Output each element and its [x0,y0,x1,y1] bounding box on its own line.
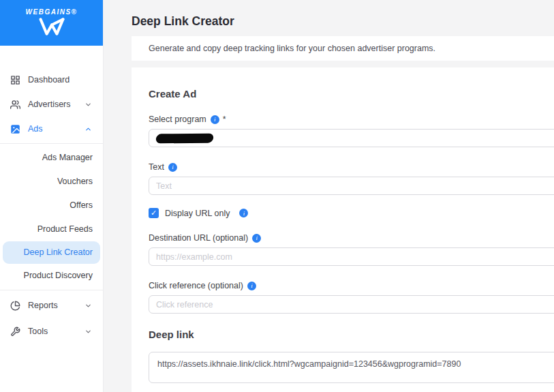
sidebar-item-label: Ads [28,124,77,134]
chevron-down-icon [84,301,93,310]
text-label: Text [149,162,164,172]
users-icon [10,100,20,110]
deep-link-output[interactable]: https://assets.ikhnaie.link/click.html?w… [149,352,554,383]
deep-link-title: Deep link [149,329,554,340]
chevron-down-icon [84,327,93,335]
info-icon[interactable]: i [247,282,256,290]
select-program-label: Select program [149,115,206,124]
webgains-monogram-icon [38,17,65,38]
sidebar-item-label: Tools [28,327,77,336]
grid-icon [10,75,20,85]
sidebar-nav: Dashboard Advertisers [0,46,103,344]
sidebar-item-product-feeds[interactable]: Product Feeds [0,217,103,241]
chevron-down-icon [84,100,93,108]
webgains-logo-text: WEBGAINS® [26,8,78,16]
destination-url-label-row: Destination URL (optional) i [149,233,554,243]
sidebar-item-offers[interactable]: Offers [0,194,103,217]
sidebar-separator [0,143,103,144]
pie-chart-icon [10,301,20,311]
wrench-icon [10,327,20,337]
sidebar-item-label: Dashboard [28,75,93,85]
text-label-row: Text i [149,162,554,172]
ads-submenu: Ads Manager Vouchers Offers Product Feed… [0,146,103,288]
sidebar-item-product-discovery[interactable]: Product Discovery [0,264,103,288]
display-url-only-row: ✓ Display URL only i [149,208,554,218]
info-icon[interactable]: i [168,163,177,172]
select-program-input[interactable] [149,129,554,147]
sidebar-item-advertisers[interactable]: Advertisers [0,92,103,117]
display-url-only-checkbox[interactable]: ✓ [149,208,159,218]
page-subtitle-bar: Generate and copy deep tracking links fo… [132,36,554,61]
sidebar-item-reports[interactable]: Reports [0,292,103,318]
info-icon[interactable]: i [239,209,248,217]
sidebar-item-dashboard[interactable]: Dashboard [0,67,103,92]
info-icon[interactable]: i [252,234,261,243]
click-reference-label-row: Click reference (optional) i [149,281,554,290]
destination-url-input[interactable] [149,247,554,266]
sidebar-item-ads-manager[interactable]: Ads Manager [0,146,103,170]
info-icon[interactable]: i [211,115,219,124]
sidebar-item-label: Reports [28,301,77,310]
page-subtitle: Generate and copy deep tracking links fo… [149,44,435,53]
chevron-up-icon [84,125,93,133]
webgains-logo[interactable]: WEBGAINS® [0,0,103,46]
image-icon [10,124,20,134]
click-reference-input[interactable] [149,295,554,314]
sidebar-item-vouchers[interactable]: Vouchers [0,170,103,194]
sidebar-item-ads[interactable]: Ads [0,117,103,141]
destination-url-label: Destination URL (optional) [149,233,248,243]
sidebar-item-deep-link-creator[interactable]: Deep Link Creator [3,241,100,264]
main-content: Deep Link Creator Generate and copy deep… [104,0,554,392]
text-input[interactable] [149,177,554,195]
required-marker: * [223,115,226,124]
create-ad-title: Create Ad [149,67,554,100]
sidebar: WEBGAINS® Dashboard [0,0,104,392]
sidebar-item-tools[interactable]: Tools [0,318,103,344]
sidebar-bottom-group: Reports Tools [0,292,103,344]
sidebar-separator [0,290,103,290]
select-program-label-row: Select program i * [149,115,554,124]
display-url-only-label: Display URL only [165,209,230,218]
click-reference-label: Click reference (optional) [149,281,243,290]
sidebar-item-label: Advertisers [28,100,77,109]
page-title: Deep Link Creator [104,0,554,29]
redacted-program-value [155,133,214,143]
create-ad-card: Create Ad Select program i * Text i ✓ Di… [132,67,554,392]
